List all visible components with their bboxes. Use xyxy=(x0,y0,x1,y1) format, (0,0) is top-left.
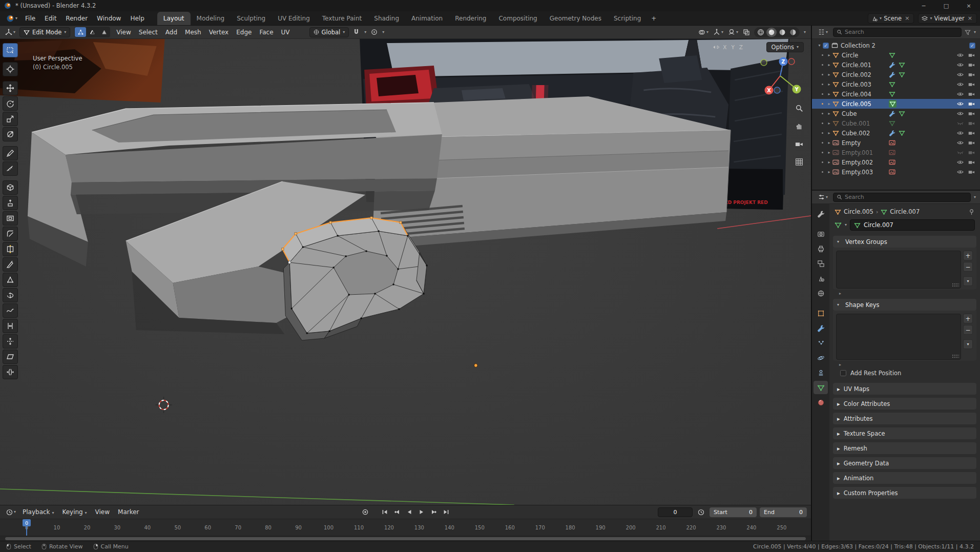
outliner-row[interactable]: ▸ Empty xyxy=(812,138,980,148)
tool-edge-slide-button[interactable] xyxy=(3,319,18,333)
camera-toggle-icon[interactable] xyxy=(968,52,975,58)
shading-wireframe-button[interactable] xyxy=(756,28,766,37)
tool-inset-button[interactable] xyxy=(3,211,18,226)
tab-material[interactable] xyxy=(814,396,828,409)
show-gizmo-button[interactable]: ▾ xyxy=(711,28,725,37)
proportional-editing-button[interactable] xyxy=(369,28,380,36)
maximize-button[interactable]: □ xyxy=(935,0,957,11)
workspace-tab-shading[interactable]: Shading xyxy=(368,12,405,25)
expand-icon[interactable]: ▸ xyxy=(826,170,832,174)
camera-toggle-icon[interactable] xyxy=(968,91,975,97)
toggle-orthographic-button[interactable] xyxy=(793,155,806,169)
camera-toggle-icon[interactable] xyxy=(968,110,975,117)
shading-material-button[interactable] xyxy=(777,28,787,37)
outliner-row[interactable]: ▸ Empty.002 xyxy=(812,157,980,167)
eye-icon[interactable] xyxy=(957,71,964,78)
auto-keying-button[interactable] xyxy=(360,507,371,517)
expand-icon[interactable]: ▸ xyxy=(826,111,832,116)
shape-keys-list[interactable] xyxy=(836,314,961,360)
snap-toggle-button[interactable] xyxy=(351,28,362,36)
panel-header-custom-properties[interactable]: ▸Custom Properties xyxy=(833,487,976,499)
panel-header-animation[interactable]: ▸Animation xyxy=(833,472,976,484)
shape-key-specials-button[interactable]: ▾ xyxy=(963,339,973,349)
shading-solid-button[interactable] xyxy=(766,28,777,37)
zoom-button[interactable] xyxy=(793,101,806,115)
pin-icon[interactable] xyxy=(968,209,975,215)
menu-marker[interactable]: Marker xyxy=(114,507,142,517)
menubar-item-edit[interactable]: Edit xyxy=(40,13,61,24)
jump-to-start-button[interactable] xyxy=(379,507,390,517)
eye-icon[interactable] xyxy=(957,159,964,166)
outliner-row-collection[interactable]: ▾ ✓ Collection 2 ✓ xyxy=(812,40,980,50)
menubar-item-help[interactable]: Help xyxy=(126,13,149,24)
start-frame-field[interactable]: Start 0 xyxy=(710,507,757,517)
subpanel-expand-icon[interactable]: ▸ xyxy=(839,362,841,367)
filter-icon[interactable] xyxy=(965,29,971,35)
collection-checkbox[interactable]: ✓ xyxy=(823,43,829,49)
viewlayer-selector[interactable]: ▾ ViewLayer × xyxy=(918,13,977,24)
outliner-row[interactable]: ▸ Empty.003 xyxy=(812,167,980,177)
panel-header-uv-maps[interactable]: ▸UV Maps xyxy=(833,383,976,395)
properties-editor-type-button[interactable]: ▾ xyxy=(816,193,830,201)
mesh-name-field[interactable]: Circle.007 xyxy=(850,219,975,231)
eye-icon[interactable] xyxy=(957,169,964,175)
close-button[interactable]: × xyxy=(957,0,980,11)
timeline-ruler[interactable]: 0 10 20 30 40 50 60 70 80 90 100 110 120… xyxy=(0,519,811,536)
menu-uv[interactable]: UV xyxy=(278,27,294,37)
timeline-editor-type-button[interactable]: ▾ xyxy=(4,508,18,517)
mirror-z-button[interactable]: Z xyxy=(738,44,744,51)
menu-view[interactable]: View xyxy=(113,27,134,37)
expand-icon[interactable]: ▸ xyxy=(826,131,832,135)
panel-header-attributes[interactable]: ▸Attributes xyxy=(833,413,976,424)
add-vertex-group-button[interactable]: + xyxy=(963,251,973,260)
menu-vertex[interactable]: Vertex xyxy=(205,27,233,37)
resize-grip[interactable] xyxy=(952,354,959,358)
tab-constraints[interactable] xyxy=(814,366,828,379)
camera-toggle-icon[interactable] xyxy=(968,62,975,68)
eye-icon[interactable] xyxy=(957,62,964,68)
navigation-gizmo[interactable]: X Y Z xyxy=(758,51,803,96)
tool-rotate-button[interactable] xyxy=(3,96,18,111)
tool-shear-button[interactable] xyxy=(3,350,18,364)
menu-keying[interactable]: Keying ▾ xyxy=(58,507,90,517)
tool-shrink-fatten-button[interactable] xyxy=(3,334,18,349)
eye-icon[interactable] xyxy=(957,81,964,88)
menu-mesh[interactable]: Mesh xyxy=(181,27,205,37)
expand-icon[interactable]: ▸ xyxy=(826,140,832,145)
tool-scale-button[interactable] xyxy=(3,112,18,126)
workspace-tab-modeling[interactable]: Modeling xyxy=(191,12,231,25)
scene-unlink-button[interactable]: × xyxy=(904,15,910,22)
menubar-item-file[interactable]: File xyxy=(20,13,40,24)
timeline-scrollbar[interactable] xyxy=(5,537,806,540)
workspace-tab-rendering[interactable]: Rendering xyxy=(449,12,492,25)
play-button[interactable] xyxy=(416,507,427,517)
tool-select-box-button[interactable] xyxy=(3,43,18,57)
options-button[interactable]: Options ▾ xyxy=(766,42,804,52)
outliner-editor-type-button[interactable]: ▾ xyxy=(816,28,830,36)
select-mode-vertex-button[interactable] xyxy=(75,27,86,37)
scene-selector[interactable]: ▾ Scene × xyxy=(868,13,914,24)
tool-poly-build-button[interactable] xyxy=(3,273,18,287)
expand-icon[interactable]: ▸ xyxy=(826,82,832,87)
show-overlays-button[interactable]: ▾ xyxy=(726,28,740,37)
add-rest-position-checkbox[interactable] xyxy=(840,370,846,376)
eye-closed-icon[interactable] xyxy=(957,120,964,127)
breadcrumb-object[interactable]: Circle.005 xyxy=(844,208,873,215)
workspace-tab-sculpting[interactable]: Sculpting xyxy=(231,12,272,25)
workspace-tab-texture-paint[interactable]: Texture Paint xyxy=(316,12,368,25)
proportional-options-button[interactable]: ▾ xyxy=(380,29,386,35)
mode-dropdown[interactable]: Edit Mode ▾ xyxy=(19,27,70,37)
menu-face[interactable]: Face xyxy=(256,27,277,37)
tool-move-button[interactable] xyxy=(3,81,18,95)
panel-header-geometry-data[interactable]: ▸Geometry Data xyxy=(833,457,976,469)
menubar-item-window[interactable]: Window xyxy=(92,13,126,24)
select-mode-face-button[interactable] xyxy=(98,27,110,37)
tab-scene[interactable] xyxy=(814,272,828,285)
menubar-item-render[interactable]: Render xyxy=(61,13,92,24)
properties-search-input[interactable] xyxy=(845,194,967,200)
object-type-visibility-button[interactable]: ▾ xyxy=(696,28,711,37)
transform-orientation-dropdown[interactable]: Global ▾ xyxy=(309,27,349,37)
breadcrumb-data[interactable]: Circle.007 xyxy=(890,208,920,215)
tool-measure-button[interactable] xyxy=(3,161,18,176)
camera-toggle-icon[interactable] xyxy=(968,81,975,88)
